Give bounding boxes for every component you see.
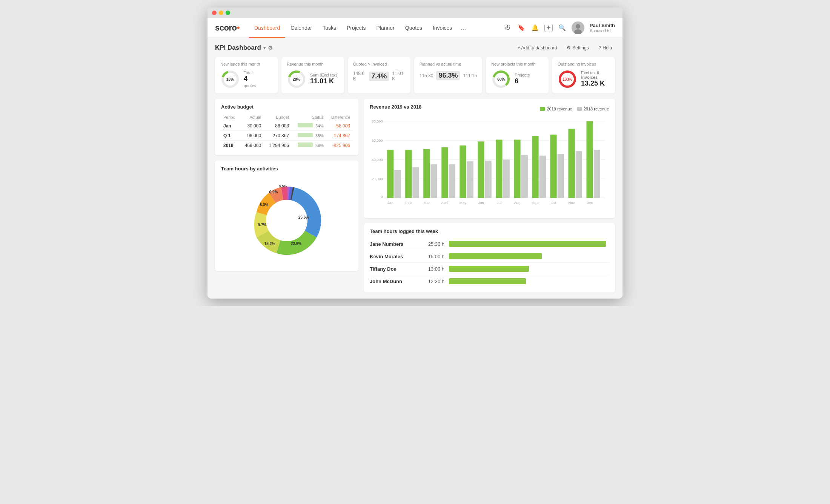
settings-icon: ⚙ — [567, 45, 571, 51]
member-2-name: Tiffany Doe — [370, 266, 423, 272]
member-3-hours: 12:30 h — [423, 279, 449, 284]
team-hours-week-title: Team hours logged this week — [370, 228, 609, 234]
qi-pct: 7.4% — [369, 72, 389, 81]
svg-text:Oct: Oct — [551, 201, 556, 205]
user-company: Sunrise Ltd — [590, 28, 615, 33]
team-hours-list: Jane Numbers 25:30 h Kevin Morales 15:00… — [370, 238, 609, 287]
close-button[interactable] — [212, 11, 217, 15]
search-icon[interactable]: 🔍 — [558, 24, 566, 32]
bar-sep-2018 — [540, 156, 546, 198]
legend-2018-swatch — [577, 107, 582, 111]
row-0-period: Jan — [221, 121, 240, 131]
svg-text:80,000: 80,000 — [372, 119, 383, 123]
main-content: KPI Dashboard ▾ ⚙ + Add to dashboard ⚙ S… — [208, 38, 622, 299]
row-0-diff: -58 003 — [326, 121, 352, 131]
nav-right: ⏱ 🔖 🔔 + 🔍 Paul Smith Sunrise Ltd — [504, 21, 615, 34]
dash-actions: + Add to dashboard ⚙ Settings ? Help — [515, 44, 615, 52]
nav-planner[interactable]: Planner — [371, 18, 400, 38]
nav-calendar[interactable]: Calendar — [285, 18, 317, 38]
bar-sep-2019 — [532, 136, 538, 198]
table-row: 2019 469 000 1 294 906 36% -825 906 — [221, 141, 352, 150]
bar-jun-2018 — [485, 161, 491, 198]
bar-apr-2019 — [441, 147, 448, 198]
svg-text:8.3%: 8.3% — [260, 203, 269, 207]
nav-more[interactable]: ... — [457, 24, 469, 32]
svg-text:60,000: 60,000 — [372, 138, 383, 142]
bell-icon[interactable]: 🔔 — [531, 24, 539, 32]
new-leads-value: 4 — [244, 75, 256, 83]
active-budget-card: Active budget Period Actual Budget Statu… — [215, 99, 358, 155]
kpi-new-leads: New leads this month 16% Total 4 quotes — [215, 57, 278, 93]
outstanding-excl: Excl tax 6 invoices — [581, 70, 610, 80]
app-window: scoro• Dashboard Calendar Tasks Projects… — [208, 8, 622, 299]
member-0-bar-wrap — [449, 241, 609, 247]
bookmark-icon[interactable]: 🔖 — [517, 24, 526, 32]
member-1-bar — [449, 253, 542, 259]
nav-quotes[interactable]: Quotes — [400, 18, 427, 38]
revenue-chart-card: Revenue 2019 vs 2018 2019 revenue 2018 r… — [364, 99, 615, 218]
kpi-quoted-invoiced: Quoted > Invoiced 148.6 K 7.4% 11.01 K — [348, 57, 410, 93]
row-1-actual: 96 000 — [240, 131, 264, 141]
revenue-value: 11.01 K — [310, 77, 337, 86]
new-leads-donut: 16% — [220, 69, 240, 89]
list-item: Jane Numbers 25:30 h — [370, 238, 609, 250]
settings-button[interactable]: ⚙ Settings — [564, 44, 592, 52]
svg-text:Jun: Jun — [478, 201, 484, 205]
bar-dec-2018 — [594, 150, 600, 198]
add-to-dashboard-button[interactable]: + Add to dashboard — [515, 44, 560, 52]
bar-jan-2018 — [394, 170, 401, 198]
kpi-outstanding: Outstanding invoices 133% Excl tax 6 inv… — [552, 57, 615, 93]
tune-icon[interactable]: ⚙ — [268, 45, 273, 51]
member-2-bar-wrap — [449, 266, 609, 272]
kpi-row: New leads this month 16% Total 4 quotes — [215, 57, 615, 93]
member-1-hours: 15:00 h — [423, 254, 449, 259]
list-item: John McDunn 12:30 h — [370, 275, 609, 287]
bar-jul-2018 — [503, 159, 510, 198]
logo[interactable]: scoro• — [215, 23, 240, 33]
kpi-projects-label: New projects this month — [491, 62, 543, 66]
nav-invoices[interactable]: Invoices — [427, 18, 457, 38]
member-1-name: Kevin Morales — [370, 254, 423, 259]
dashboard-dropdown-icon[interactable]: ▾ — [263, 45, 266, 51]
col-status: Status — [291, 113, 326, 121]
left-column: Active budget Period Actual Budget Statu… — [215, 99, 358, 293]
member-0-hours: 25:30 h — [423, 241, 449, 247]
list-item: Kevin Morales 15:00 h — [370, 250, 609, 263]
add-icon[interactable]: + — [544, 24, 553, 32]
table-row: Jan 30 000 88 003 34% -58 003 — [221, 121, 352, 131]
projects-value: 6 — [515, 77, 530, 86]
user-name: Paul Smith — [590, 23, 615, 28]
nav-projects[interactable]: Projects — [341, 18, 371, 38]
revenue-pct: 28% — [293, 77, 300, 81]
svg-text:Jan: Jan — [387, 201, 393, 205]
minimize-button[interactable] — [219, 11, 223, 15]
revenue-donut: 28% — [287, 69, 306, 89]
col-budget: Budget — [263, 113, 291, 121]
nav-dashboard[interactable]: Dashboard — [249, 18, 286, 38]
svg-text:15.2%: 15.2% — [264, 242, 275, 246]
row-2-status: 36% — [291, 141, 326, 150]
kpi-planned-actual: Planned vs actual time 115:30 96.3% 111:… — [414, 57, 482, 93]
qi-right: 11.01 K — [392, 71, 405, 81]
bar-nov-2018 — [576, 151, 582, 198]
col-diff: Difference — [326, 113, 352, 121]
new-leads-pct: 16% — [226, 77, 234, 81]
svg-text:22.8%: 22.8% — [291, 242, 301, 246]
outstanding-donut: 133% — [558, 69, 577, 89]
maximize-button[interactable] — [226, 11, 230, 15]
nav-tasks[interactable]: Tasks — [317, 18, 341, 38]
member-2-hours: 13:00 h — [423, 266, 449, 272]
svg-text:6.9%: 6.9% — [269, 190, 278, 194]
logo-text: scoro — [215, 23, 237, 33]
help-button[interactable]: ? Help — [596, 44, 615, 52]
svg-text:Nov: Nov — [569, 201, 575, 205]
logo-accent: • — [237, 23, 240, 33]
member-3-name: John McDunn — [370, 279, 423, 284]
row-0-budget: 88 003 — [263, 121, 291, 131]
svg-text:Jul: Jul — [497, 201, 501, 205]
legend-2019-swatch — [540, 107, 545, 111]
svg-point-1 — [576, 24, 580, 29]
user-info[interactable]: Paul Smith Sunrise Ltd — [590, 23, 615, 33]
avatar — [572, 21, 584, 34]
timer-icon[interactable]: ⏱ — [504, 24, 512, 32]
